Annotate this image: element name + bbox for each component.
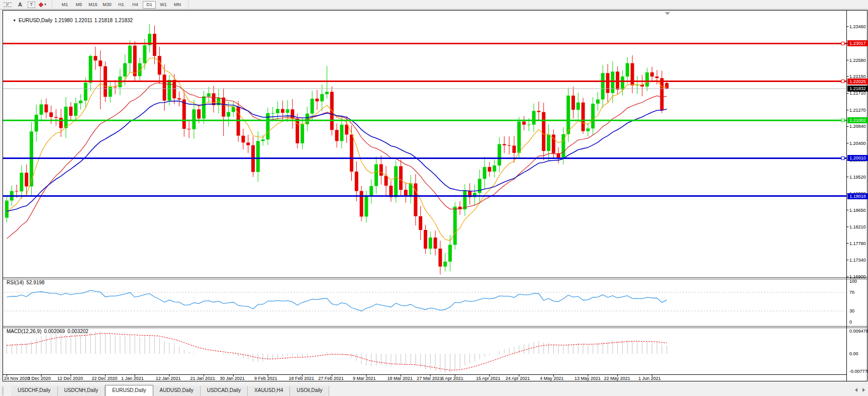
symbol-tab-usdcad[interactable]: USDCAD,Daily bbox=[201, 386, 248, 396]
toolbar-separator bbox=[52, 1, 54, 9]
symbol-tab-usoil[interactable]: USOil,Daily bbox=[290, 386, 329, 396]
timeframe-button-m30[interactable]: M30 bbox=[101, 1, 114, 9]
chart-window: ▼EURUSD,Daily1.219801.220111.218181.2183… bbox=[3, 10, 867, 381]
macd-histogram bbox=[7, 331, 667, 373]
horizontal-line-objects[interactable] bbox=[3, 42, 847, 196]
text-label-icon[interactable]: T bbox=[28, 2, 35, 8]
timeframe-button-d1[interactable]: D1 bbox=[143, 1, 156, 9]
symbol-tab-usdchf[interactable]: USDCHF,Daily bbox=[11, 386, 58, 396]
timeframe-button-m1[interactable]: M1 bbox=[58, 1, 71, 9]
line-anchor-marker[interactable] bbox=[841, 119, 844, 122]
ohlc-open: 1.21980 bbox=[54, 18, 72, 23]
tabbar-grip-icon[interactable] bbox=[2, 386, 9, 395]
chart-canvas[interactable] bbox=[3, 11, 867, 381]
line-anchor-marker[interactable] bbox=[841, 80, 844, 83]
fibonacci-retracement-icon[interactable]: F bbox=[3, 1, 13, 9]
macd-signal-line bbox=[7, 334, 667, 370]
toolbar: FAT▾ M1M5M15M30H1H4D1W1MN bbox=[0, 0, 868, 10]
ohlc-high: 1.22011 bbox=[74, 18, 92, 23]
line-anchor-marker[interactable] bbox=[841, 156, 844, 160]
chart-title-caret-icon[interactable]: ▼ bbox=[13, 19, 16, 22]
timeframe-button-w1[interactable]: W1 bbox=[157, 1, 170, 9]
timeframe-button-h4[interactable]: H4 bbox=[129, 1, 142, 9]
timeframe-button-mn[interactable]: MN bbox=[171, 1, 184, 9]
timeframe-button-h1[interactable]: H1 bbox=[115, 1, 128, 9]
candlestick-series[interactable] bbox=[5, 24, 668, 274]
chart-shift-marker[interactable] bbox=[665, 12, 670, 15]
ohlc-close: 1.21832 bbox=[115, 18, 133, 23]
toolbar-separator bbox=[188, 1, 190, 9]
symbol-tab-bar: USDCHF,DailyUSDCNH,DailyEURUSD,DailyAUDU… bbox=[0, 382, 868, 396]
arrow-objects-icon[interactable]: ▾ bbox=[38, 1, 48, 9]
chart-symbol: EURUSD,Daily bbox=[19, 18, 52, 23]
ohlc-low: 1.21818 bbox=[94, 18, 113, 23]
symbol-tab-xauusd[interactable]: XAUUSD,H4 bbox=[248, 386, 290, 396]
symbol-tab-audusd[interactable]: AUDUSD,Daily bbox=[153, 386, 201, 396]
symbol-tab-usdcnh[interactable]: USDCNH,Daily bbox=[58, 386, 106, 396]
tab-scroll-left-icon[interactable] bbox=[855, 388, 857, 392]
text-icon[interactable]: A bbox=[15, 1, 25, 9]
rsi-line bbox=[7, 290, 667, 311]
line-anchor-marker[interactable] bbox=[841, 42, 844, 45]
chart-title: ▼EURUSD,Daily1.219801.220111.218181.2183… bbox=[7, 12, 135, 29]
symbol-tab-eurusd[interactable]: EURUSD,Daily bbox=[105, 385, 153, 396]
timeframe-button-m15[interactable]: M15 bbox=[86, 1, 100, 9]
tab-scroll-right-icon[interactable] bbox=[862, 388, 865, 392]
timeframe-button-m5[interactable]: M5 bbox=[72, 1, 85, 9]
